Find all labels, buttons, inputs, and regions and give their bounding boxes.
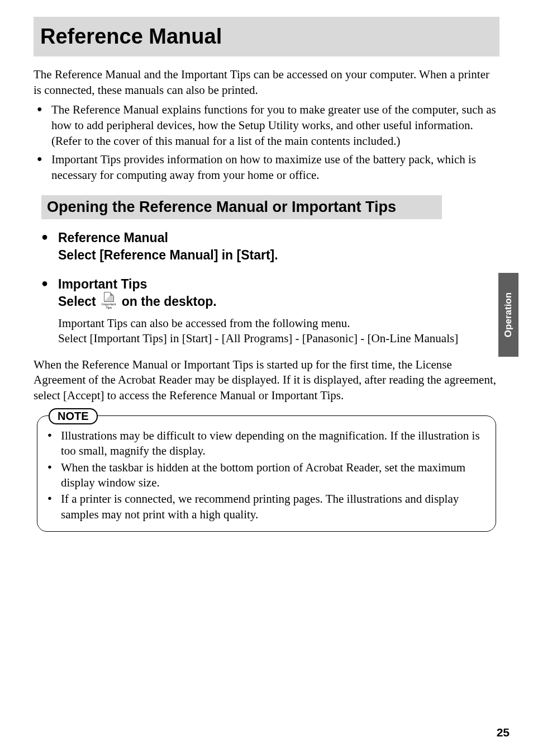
list-item: Important Tips provides information on h… (34, 152, 499, 183)
reference-manual-instruction: Select [Reference Manual] in [Start]. (41, 247, 499, 264)
list-item: If a printer is connected, we recommend … (45, 492, 486, 522)
important-tips-desktop-icon: Important Tips (99, 292, 118, 309)
list-item: Illustrations may be difficult to view d… (45, 428, 486, 459)
note-label: NOTE (49, 408, 98, 424)
important-tips-instruction: Select Important Tips on the desktop. (41, 293, 499, 310)
note-box: NOTE Illustrations may be difficult to v… (37, 415, 496, 532)
main-bullet-list: The Reference Manual explains functions … (34, 102, 499, 183)
bullet-icon: ● (41, 277, 48, 290)
list-item: The Reference Manual explains functions … (34, 102, 499, 149)
intro-paragraph: The Reference Manual and the Important T… (34, 67, 499, 98)
side-tab-operation: Operation (498, 273, 518, 357)
document-icon (104, 292, 114, 302)
important-tips-body: Important Tips can also be accessed from… (41, 316, 499, 347)
list-item: When the taskbar is hidden at the bottom… (45, 460, 486, 491)
page-number: 25 (497, 726, 510, 739)
icon-label: Important Tips (99, 303, 118, 309)
reference-manual-block: ● Reference Manual Select [Reference Man… (41, 229, 499, 264)
instruction-prefix: Select (58, 293, 96, 310)
license-agreement-paragraph: When the Reference Manual or Important T… (34, 357, 499, 403)
bullet-icon: ● (41, 230, 48, 243)
body-line: Select [Important Tips] in [Start] - [Al… (58, 331, 499, 346)
title-bar: Reference Manual (34, 17, 499, 56)
important-tips-title: Important Tips (58, 276, 499, 293)
side-tab-label: Operation (503, 292, 514, 337)
body-line: Important Tips can also be accessed from… (58, 316, 499, 331)
page-title: Reference Manual (40, 25, 493, 49)
note-list: Illustrations may be difficult to view d… (45, 428, 486, 522)
important-tips-block: ● Important Tips Select Important Tips o… (41, 276, 499, 347)
section-heading: Opening the Reference Manual or Importan… (41, 195, 442, 219)
reference-manual-title: Reference Manual (58, 229, 499, 247)
instruction-suffix: on the desktop. (122, 293, 217, 310)
